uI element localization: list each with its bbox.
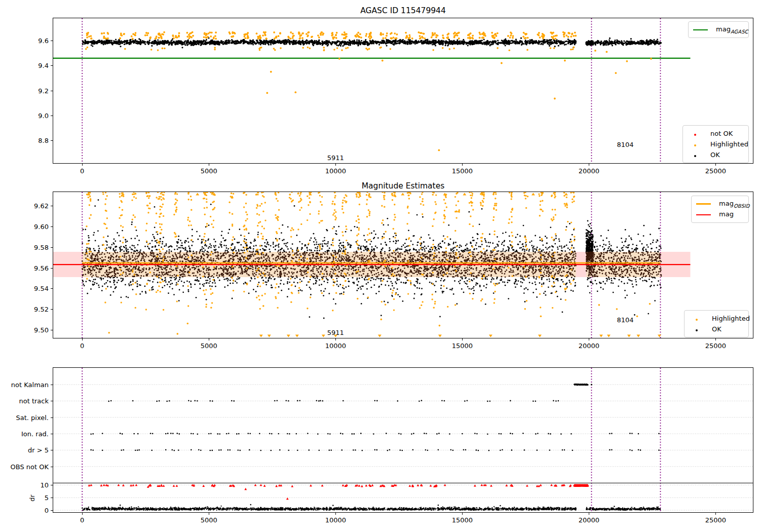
flag-row-tickmark: [51, 417, 53, 418]
flags-dr-plot: [53, 368, 753, 512]
y-tickmark: [51, 330, 53, 330]
x-tickmark: [715, 513, 716, 515]
x-tickmark: [335, 164, 336, 166]
obsid-annotation-8104-top: 8104: [617, 141, 633, 148]
x-tickmark: [335, 338, 336, 340]
x-tickmark: [715, 338, 716, 340]
y-tick-label: 9.62: [34, 202, 49, 210]
y-tickmark: [51, 268, 53, 269]
flag-row-label: not Kalman: [11, 381, 49, 389]
highlighted-dot-swatch: [688, 140, 703, 148]
x-tick-label: 0: [80, 516, 84, 524]
x-tickmark: [589, 513, 589, 515]
agasc-magnitude-plot: [53, 18, 753, 163]
magnitude-estimates-plot: [53, 192, 753, 338]
x-tick-label: 25000: [705, 167, 726, 175]
dr-tick-label: 10: [40, 481, 49, 489]
highlighted-points: [85, 31, 652, 151]
x-tickmark: [209, 338, 209, 340]
legend-label-mag-obsid: magOBSID: [719, 200, 749, 209]
x-tickmark: [589, 338, 589, 340]
highlighted-dot-swatch-mid: [689, 315, 704, 322]
y-tickmark: [51, 91, 53, 91]
flag-row-label: OBS not OK: [11, 463, 49, 470]
dr-tickmark: [51, 485, 53, 485]
x-tickmark: [209, 164, 209, 166]
dr-axis-label: dr: [28, 495, 36, 502]
obsid-divider-lines: [82, 18, 660, 163]
not-ok-dot-swatch: [688, 130, 703, 137]
y-tickmark: [51, 65, 53, 66]
dr-tick-label: 5: [45, 494, 49, 502]
y-tickmark: [51, 247, 53, 248]
y-tick-label: 9.56: [34, 264, 49, 272]
plot2-title: Magnitude Estimates: [53, 181, 753, 191]
x-tickmark: [462, 338, 463, 340]
flag-row-tickmark: [51, 467, 53, 467]
x-tick-label: 5000: [201, 516, 217, 524]
x-tick-label: 15000: [452, 516, 473, 524]
y-tickmark: [51, 206, 53, 206]
mag-obsid-line-swatch: [696, 203, 711, 205]
x-tick-label: 15000: [452, 342, 473, 350]
legend-item-ok: OK: [688, 149, 743, 160]
x-tick-label: 25000: [705, 516, 726, 524]
flag-row-tickmark: [51, 450, 53, 450]
legend-mag-lines: magOBSID mag: [691, 196, 749, 223]
x-tick-label: 5000: [201, 167, 217, 175]
y-tickmark: [51, 41, 53, 41]
x-tickmark: [209, 513, 209, 515]
x-tickmark: [82, 164, 83, 166]
x-tick-label: 20000: [579, 167, 599, 175]
gridlines: [53, 385, 753, 510]
x-tick-label: 15000: [452, 167, 473, 175]
legend-item-highlighted-mid: Highlighted: [689, 313, 743, 324]
obsid-divider-lines: [82, 368, 660, 512]
y-tickmark: [51, 116, 53, 116]
y-tick-label: 9.0: [38, 111, 49, 119]
flag-row-label: dr > 5: [28, 446, 49, 454]
flag-row-tickmark: [51, 434, 53, 434]
legend-item-not-ok: not OK: [688, 128, 743, 139]
y-tickmark: [51, 309, 53, 310]
legend-point-classes-middle: Highlighted OK: [684, 310, 749, 337]
legend-point-classes-top: not OK Highlighted OK: [682, 125, 749, 163]
x-tick-label: 10000: [325, 167, 346, 175]
legend-item-highlighted: Highlighted: [688, 139, 743, 149]
axes-flags-dr: [53, 367, 753, 513]
x-tick-label: 10000: [325, 342, 346, 350]
not-ok-dr-points: [88, 484, 589, 500]
flag-row-tickmark: [51, 385, 53, 385]
legend-label-highlighted-mid: Highlighted: [712, 315, 750, 322]
x-tickmark: [82, 513, 83, 515]
x-tick-label: 0: [80, 342, 84, 350]
legend-mag-agasc: magAGASC: [688, 21, 749, 38]
legend-item-mag-agasc: magAGASC: [693, 24, 743, 35]
x-tickmark: [715, 164, 716, 166]
x-tick-label: 20000: [579, 516, 599, 524]
obsid-annotation-8104-middle: 8104: [617, 316, 633, 324]
x-tick-label: 10000: [325, 516, 346, 524]
legend-label-not-ok: not OK: [710, 130, 733, 137]
ok-dr-points: [82, 504, 661, 511]
flag-row-label: not track: [19, 397, 49, 405]
ok-dot-swatch: [688, 151, 703, 159]
x-tickmark: [335, 513, 336, 515]
legend-label-ok-mid: OK: [712, 325, 721, 333]
y-tick-label: 9.60: [34, 223, 49, 231]
flag-row-label: Sat. pixel.: [16, 413, 49, 421]
legend-item-mag: mag: [696, 209, 743, 220]
dr-tick-label: 0: [45, 507, 49, 514]
x-tickmark: [589, 164, 589, 166]
ok-points: [82, 37, 662, 48]
y-tick-label: 9.6: [38, 37, 49, 45]
y-tick-label: 9.54: [34, 285, 49, 292]
y-tickmark: [51, 288, 53, 289]
y-tick-label: 9.2: [38, 87, 49, 94]
x-tick-label: 20000: [579, 342, 599, 350]
x-tickmark: [82, 338, 83, 340]
axes-magnitude-estimates: [53, 192, 753, 338]
dr-tickmark: [51, 510, 53, 511]
ok-dot-swatch-mid: [689, 325, 704, 333]
legend-item-mag-obsid: magOBSID: [696, 199, 743, 209]
